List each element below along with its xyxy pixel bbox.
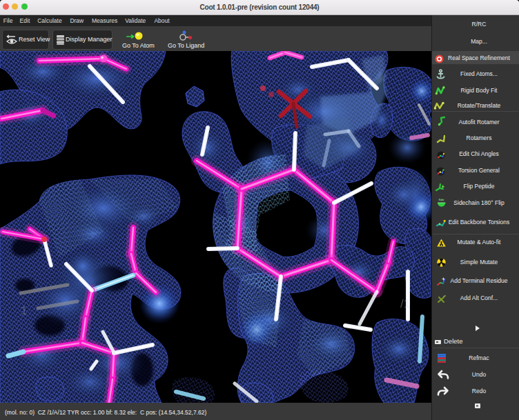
svg-text:*: * [444,294,446,299]
svg-text:Side: Side [438,198,444,201]
svg-text:/1: /1 [400,297,410,310]
svg-text:1: 1 [21,304,27,317]
